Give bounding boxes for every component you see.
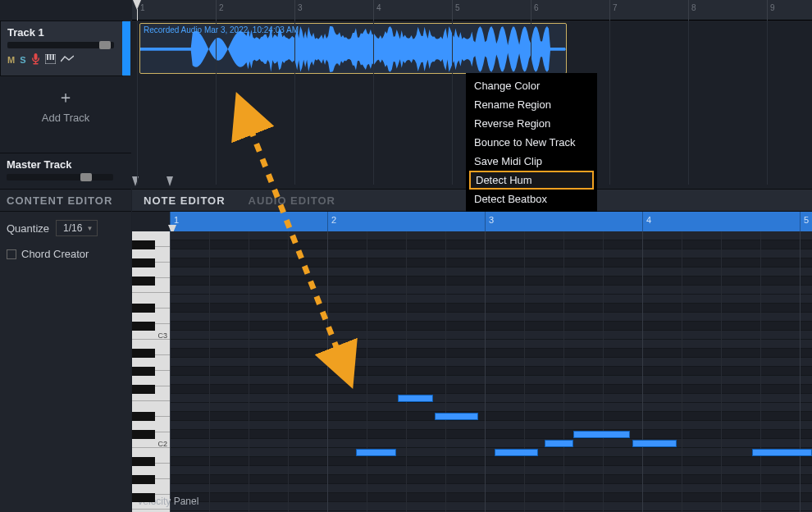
master-track-label: Master Track <box>7 158 125 171</box>
ctx-item-reverse-region[interactable]: Reverse Region <box>466 114 597 133</box>
timeline-bar-2: 2 <box>216 0 224 21</box>
ctx-item-save-midi-clip[interactable]: Save Midi Clip <box>466 152 597 171</box>
timeline-bar-4: 4 <box>373 0 381 21</box>
add-track-button[interactable]: ＋ Add Track <box>0 76 131 134</box>
timeline-bar-9: 9 <box>767 0 775 21</box>
piano-roll-ruler[interactable]: 12345 <box>170 212 812 231</box>
track-color-accent <box>122 21 130 75</box>
slider-thumb[interactable] <box>80 173 92 181</box>
pr-bar-4: 4 <box>642 212 651 231</box>
piano-roll[interactable]: 12345 C3C2 Velocity Panel <box>132 212 812 512</box>
timeline-bar-7: 7 <box>609 0 618 21</box>
timeline-bar-5: 5 <box>452 0 460 21</box>
midi-note[interactable] <box>752 449 812 456</box>
audio-region[interactable]: Recorded Audio Mar 3, 2022, 10:24:03 AM <box>139 23 567 74</box>
master-volume-slider[interactable] <box>7 174 113 181</box>
add-track-label: Add Track <box>42 112 90 124</box>
slider-thumb[interactable] <box>99 41 111 49</box>
note-grid[interactable] <box>170 231 812 512</box>
timeline-ruler[interactable]: 123456789 <box>132 0 812 21</box>
checkbox-icon <box>7 249 16 259</box>
ctx-item-detect-hum[interactable]: Detect Hum <box>469 171 594 190</box>
pr-bar-2: 2 <box>327 212 336 231</box>
timeline-bar-8: 8 <box>688 0 696 21</box>
svg-rect-3 <box>52 54 54 60</box>
automation-icon[interactable] <box>61 55 74 65</box>
timeline-bar-3: 3 <box>294 0 303 21</box>
chord-creator-label: Chord Creator <box>21 248 89 260</box>
svg-rect-1 <box>47 54 48 60</box>
selection-handle[interactable] <box>167 176 173 186</box>
ctx-item-rename-region[interactable]: Rename Region <box>466 95 597 114</box>
svg-rect-2 <box>49 54 51 60</box>
timeline-bar-6: 6 <box>531 0 539 21</box>
midi-icon[interactable] <box>45 54 56 66</box>
midi-note[interactable] <box>573 431 630 438</box>
midi-note[interactable] <box>398 395 432 402</box>
pr-bar-3: 3 <box>485 212 494 231</box>
track-volume-slider[interactable] <box>7 42 114 48</box>
tab-audio-editor[interactable]: AUDIO EDITOR <box>237 190 347 211</box>
editor-sidebar: Quantize 1/16 Chord Creator <box>0 212 131 512</box>
midi-note[interactable] <box>632 440 677 447</box>
solo-button[interactable]: S <box>20 55 25 65</box>
pr-bar-5: 5 <box>800 212 809 231</box>
content-editor-heading: CONTENT EDITOR <box>0 189 131 212</box>
mute-button[interactable]: M <box>7 55 15 65</box>
plus-icon: ＋ <box>57 86 74 108</box>
master-track-header[interactable]: Master Track <box>0 153 131 185</box>
ctx-item-bounce-to-new-track[interactable]: Bounce to New Track <box>466 133 597 152</box>
midi-note[interactable] <box>545 440 573 447</box>
quantize-select[interactable]: 1/16 <box>56 220 98 236</box>
region-context-menu[interactable]: Change ColorRename RegionReverse RegionB… <box>466 73 597 212</box>
midi-note[interactable] <box>495 449 539 456</box>
track-name[interactable]: Track 1 <box>7 26 116 39</box>
tab-note-editor[interactable]: NOTE EDITOR <box>132 190 237 211</box>
ctx-item-change-color[interactable]: Change Color <box>466 76 597 95</box>
midi-note[interactable] <box>356 449 397 456</box>
midi-note[interactable] <box>435 413 479 420</box>
ctx-item-detect-beatbox[interactable]: Detect Beatbox <box>466 190 597 208</box>
mic-icon[interactable] <box>31 53 40 66</box>
quantize-label: Quantize <box>7 222 49 235</box>
track-header[interactable]: Track 1 M S <box>0 21 123 76</box>
region-label: Recorded Audio Mar 3, 2022, 10:24:03 AM <box>140 24 566 36</box>
chord-creator-toggle[interactable]: Chord Creator <box>7 248 125 260</box>
piano-keys[interactable]: C3C2 <box>132 231 170 512</box>
